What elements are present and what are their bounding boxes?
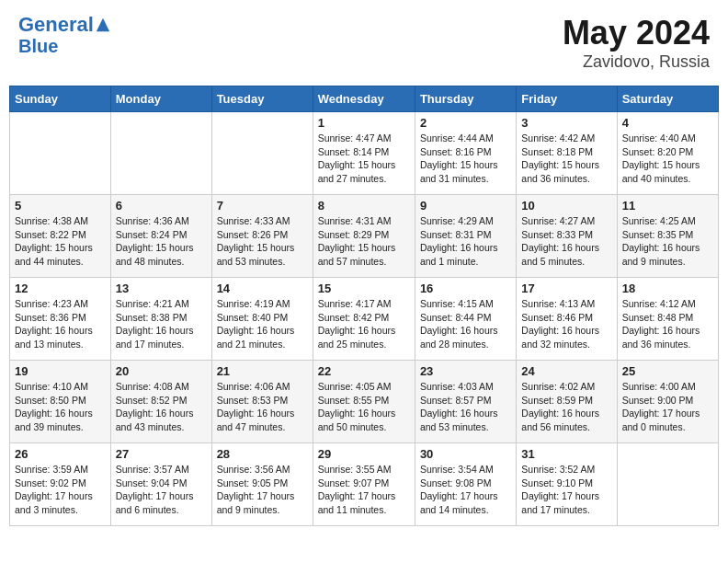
day-number: 9 [420, 199, 511, 213]
day-number: 8 [318, 199, 410, 213]
cell-info-line: Sunrise: 4:17 AM [318, 297, 410, 311]
cell-info-line: Sunset: 8:29 PM [318, 228, 410, 242]
cell-info-line: Sunset: 8:48 PM [622, 311, 713, 325]
day-number: 25 [622, 364, 713, 378]
cell-info-line: Sunrise: 4:03 AM [420, 380, 511, 394]
cell-info-line: Sunset: 8:20 PM [622, 145, 713, 159]
cell-info-line: Daylight: 17 hours [622, 407, 713, 420]
cell-info-line: Sunset: 8:36 PM [15, 311, 106, 325]
cell-info-line: and 53 minutes. [420, 420, 511, 434]
cell-info-line: Sunset: 8:42 PM [318, 311, 410, 325]
calendar-cell: 4Sunrise: 4:40 AMSunset: 8:20 PMDaylight… [617, 112, 718, 195]
cell-info-line: Sunrise: 4:19 AM [217, 297, 308, 311]
cell-info: Sunrise: 3:56 AMSunset: 9:05 PMDaylight:… [217, 463, 308, 517]
cell-info-line: Sunrise: 4:15 AM [420, 297, 511, 311]
cell-info-line: Sunset: 9:07 PM [318, 477, 410, 490]
cell-info: Sunrise: 4:23 AMSunset: 8:36 PMDaylight:… [15, 297, 106, 351]
cell-info-line: and 31 minutes. [420, 172, 511, 186]
week-row-1: 1Sunrise: 4:47 AMSunset: 8:14 PMDaylight… [10, 112, 719, 195]
day-number: 2 [420, 116, 511, 130]
cell-info-line: and 3 minutes. [15, 503, 106, 517]
day-number: 6 [116, 199, 207, 213]
cell-info-line: and 6 minutes. [116, 503, 207, 517]
cell-info-line: Sunrise: 3:56 AM [217, 463, 308, 477]
calendar-cell: 8Sunrise: 4:31 AMSunset: 8:29 PMDaylight… [313, 195, 415, 278]
calendar-cell: 29Sunrise: 3:55 AMSunset: 9:07 PMDayligh… [313, 443, 415, 526]
cell-info-line: and 14 minutes. [420, 503, 511, 517]
cell-info-line: Daylight: 16 hours [15, 324, 106, 338]
cell-info: Sunrise: 4:05 AMSunset: 8:55 PMDaylight:… [318, 380, 410, 434]
calendar-cell: 5Sunrise: 4:38 AMSunset: 8:22 PMDaylight… [10, 195, 111, 278]
logo-blue-text: Blue [18, 36, 111, 56]
day-number: 3 [521, 116, 611, 130]
cell-info: Sunrise: 4:03 AMSunset: 8:57 PMDaylight:… [420, 380, 511, 434]
cell-info: Sunrise: 3:52 AMSunset: 9:10 PMDaylight:… [521, 463, 611, 517]
cell-info-line: Daylight: 17 hours [15, 489, 106, 503]
cell-info-line: and 13 minutes. [15, 338, 106, 351]
cell-info-line: and 36 minutes. [622, 338, 713, 351]
cell-info-line: Sunset: 8:44 PM [420, 311, 511, 325]
cell-info-line: Sunrise: 4:23 AM [15, 297, 106, 311]
calendar-cell: 30Sunrise: 3:54 AMSunset: 9:08 PMDayligh… [415, 443, 516, 526]
day-number: 22 [318, 364, 410, 378]
cell-info-line: and 21 minutes. [217, 338, 308, 351]
cell-info: Sunrise: 4:31 AMSunset: 8:29 PMDaylight:… [318, 214, 410, 269]
calendar-cell: 6Sunrise: 4:36 AMSunset: 8:24 PMDaylight… [110, 195, 211, 278]
cell-info-line: Sunset: 8:53 PM [217, 394, 308, 408]
calendar-cell: 12Sunrise: 4:23 AMSunset: 8:36 PMDayligh… [10, 278, 111, 361]
calendar-cell [211, 112, 313, 195]
logo-text: General [18, 14, 94, 36]
cell-info-line: and 5 minutes. [521, 255, 611, 269]
weekday-header-wednesday: Wednesday [313, 86, 415, 112]
calendar-cell: 14Sunrise: 4:19 AMSunset: 8:40 PMDayligh… [211, 278, 313, 361]
cell-info-line: Sunset: 9:10 PM [521, 477, 611, 490]
cell-info-line: Sunset: 8:14 PM [318, 145, 410, 159]
weekday-header-thursday: Thursday [415, 86, 516, 112]
cell-info: Sunrise: 4:33 AMSunset: 8:26 PMDaylight:… [217, 214, 308, 269]
cell-info-line: Sunrise: 4:40 AM [622, 132, 713, 145]
cell-info: Sunrise: 4:40 AMSunset: 8:20 PMDaylight:… [622, 132, 713, 186]
calendar-cell: 21Sunrise: 4:06 AMSunset: 8:53 PMDayligh… [211, 361, 313, 443]
cell-info: Sunrise: 4:17 AMSunset: 8:42 PMDaylight:… [318, 297, 410, 351]
cell-info: Sunrise: 4:08 AMSunset: 8:52 PMDaylight:… [116, 380, 207, 434]
cell-info-line: Sunset: 8:35 PM [622, 228, 713, 242]
day-number: 19 [15, 364, 106, 378]
day-number: 24 [521, 364, 611, 378]
cell-info-line: Sunrise: 4:25 AM [622, 214, 713, 228]
cell-info-line: Sunset: 8:31 PM [420, 228, 511, 242]
cell-info-line: Daylight: 15 hours [15, 241, 106, 255]
calendar-cell: 3Sunrise: 4:42 AMSunset: 8:18 PMDaylight… [517, 112, 617, 195]
cell-info-line: and 56 minutes. [521, 420, 611, 434]
cell-info-line: and 36 minutes. [521, 172, 611, 186]
cell-info-line: Sunset: 8:40 PM [217, 311, 308, 325]
cell-info-line: and 17 minutes. [521, 503, 611, 517]
cell-info-line: Sunset: 8:26 PM [217, 228, 308, 242]
calendar-cell: 1Sunrise: 4:47 AMSunset: 8:14 PMDaylight… [313, 112, 415, 195]
cell-info-line: Sunset: 8:22 PM [15, 228, 106, 242]
cell-info-line: Daylight: 17 hours [521, 489, 611, 503]
calendar-cell: 19Sunrise: 4:10 AMSunset: 8:50 PMDayligh… [10, 361, 111, 443]
cell-info-line: Sunrise: 4:12 AM [622, 297, 713, 311]
weekday-header-monday: Monday [110, 86, 211, 112]
month-title: May 2024 [563, 14, 710, 52]
cell-info-line: Sunset: 8:52 PM [116, 394, 207, 408]
calendar-cell: 27Sunrise: 3:57 AMSunset: 9:04 PMDayligh… [110, 443, 211, 526]
cell-info-line: and 0 minutes. [622, 420, 713, 434]
cell-info: Sunrise: 4:42 AMSunset: 8:18 PMDaylight:… [521, 132, 611, 186]
cell-info: Sunrise: 3:59 AMSunset: 9:02 PMDaylight:… [15, 463, 106, 517]
cell-info-line: Sunset: 9:00 PM [622, 394, 713, 408]
cell-info-line: Daylight: 16 hours [420, 241, 511, 255]
cell-info-line: Sunset: 9:05 PM [217, 477, 308, 490]
cell-info-line: Daylight: 15 hours [521, 158, 611, 172]
cell-info-line: Daylight: 15 hours [116, 241, 207, 255]
cell-info: Sunrise: 3:54 AMSunset: 9:08 PMDaylight:… [420, 463, 511, 517]
cell-info: Sunrise: 4:27 AMSunset: 8:33 PMDaylight:… [521, 214, 611, 269]
cell-info-line: and 32 minutes. [521, 338, 611, 351]
day-number: 15 [318, 282, 410, 295]
calendar-cell [617, 443, 718, 526]
calendar-cell: 9Sunrise: 4:29 AMSunset: 8:31 PMDaylight… [415, 195, 516, 278]
day-number: 13 [116, 282, 207, 295]
weekday-header-row: SundayMondayTuesdayWednesdayThursdayFrid… [10, 86, 719, 112]
title-block: May 2024 Zavidovo, Russia [563, 14, 710, 72]
day-number: 28 [217, 447, 308, 461]
